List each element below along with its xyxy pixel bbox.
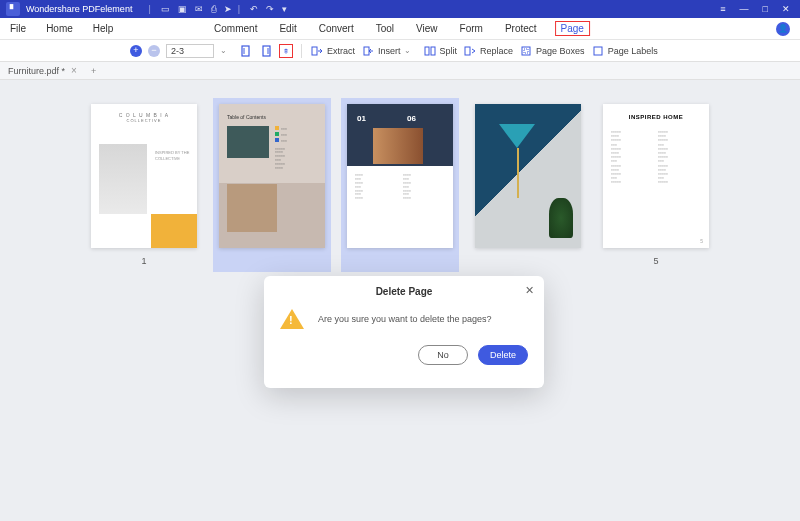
svg-rect-2	[312, 47, 317, 55]
close-button[interactable]: ✕	[782, 4, 790, 14]
svg-rect-7	[522, 47, 530, 55]
tab-label: Furniture.pdf *	[8, 66, 65, 76]
menu-bar: File Home Help Comment Edit Convert Tool…	[0, 18, 800, 40]
quick-access-toolbar: ▭ ▣ ✉ ⎙ ➤	[161, 4, 232, 14]
app-title: Wondershare PDFelement	[26, 4, 132, 14]
split-icon	[423, 44, 437, 58]
redo-icon[interactable]: ↷	[266, 4, 274, 14]
replace-icon	[463, 44, 477, 58]
svg-rect-8	[524, 49, 528, 53]
new-tab-button[interactable]: +	[85, 66, 102, 76]
dialog-title: Delete Page	[280, 286, 528, 297]
separator: |	[238, 4, 240, 14]
menu-file[interactable]: File	[6, 21, 30, 36]
warning-icon	[280, 309, 304, 329]
rotate-left-icon[interactable]	[239, 44, 253, 58]
document-tabs: Furniture.pdf * × +	[0, 62, 800, 80]
menu-view[interactable]: View	[412, 21, 442, 36]
chevron-down-icon[interactable]: ⌄	[404, 46, 411, 55]
page-labels-icon	[591, 44, 605, 58]
replace-label: Replace	[480, 46, 513, 56]
separator	[301, 44, 302, 58]
user-avatar-icon[interactable]: 👤	[776, 22, 790, 36]
dialog-message: Are you sure you want to delete the page…	[318, 314, 492, 324]
no-button[interactable]: No	[418, 345, 468, 365]
insert-button[interactable]: Insert ⌄	[361, 44, 417, 58]
svg-rect-9	[594, 47, 602, 55]
tab-close-icon[interactable]: ×	[71, 65, 77, 76]
open-icon[interactable]: ▭	[161, 4, 170, 14]
svg-rect-3	[364, 47, 369, 55]
menu-expand-icon[interactable]: ≡	[720, 4, 725, 14]
maximize-button[interactable]: □	[763, 4, 768, 14]
split-label: Split	[440, 46, 458, 56]
page-labels-label: Page Labels	[608, 46, 658, 56]
extract-button[interactable]: Extract	[310, 44, 355, 58]
svg-rect-5	[431, 47, 435, 55]
svg-rect-0	[242, 46, 249, 56]
menu-edit[interactable]: Edit	[275, 21, 300, 36]
svg-rect-4	[425, 47, 429, 55]
print-icon[interactable]: ⎙	[211, 4, 216, 14]
insert-label: Insert	[378, 46, 401, 56]
svg-rect-6	[465, 47, 470, 55]
page-range-input[interactable]: 2-3	[166, 44, 214, 58]
page-thumbnail-area: C O L U M B I ACOLLECTIVE INSPIRED BY TH…	[0, 80, 800, 521]
app-logo-icon: ▘	[6, 2, 20, 16]
share-icon[interactable]: ➤	[224, 4, 232, 14]
dialog-close-icon[interactable]: ✕	[525, 284, 534, 297]
zoom-in-icon[interactable]: +	[130, 45, 142, 57]
rotate-right-icon[interactable]	[259, 44, 273, 58]
window-controls: — □ ✕	[740, 4, 790, 14]
menu-tool[interactable]: Tool	[372, 21, 398, 36]
extract-label: Extract	[327, 46, 355, 56]
extract-icon	[310, 44, 324, 58]
svg-rect-1	[263, 46, 270, 56]
menu-protect[interactable]: Protect	[501, 21, 541, 36]
menu-help[interactable]: Help	[89, 21, 118, 36]
separator: |	[148, 4, 150, 14]
menu-form[interactable]: Form	[456, 21, 487, 36]
menu-convert[interactable]: Convert	[315, 21, 358, 36]
image-icon[interactable]: ▣	[178, 4, 187, 14]
zoom-out-icon[interactable]: −	[148, 45, 160, 57]
mail-icon[interactable]: ✉	[195, 4, 203, 14]
menu-home[interactable]: Home	[42, 21, 77, 36]
delete-page-dialog: Delete Page ✕ Are you sure you want to d…	[264, 276, 544, 388]
title-bar: ▘ Wondershare PDFelement | ▭ ▣ ✉ ⎙ ➤ | ↶…	[0, 0, 800, 18]
undo-icon[interactable]: ↶	[250, 4, 258, 14]
page-boxes-label: Page Boxes	[536, 46, 585, 56]
history-toolbar: ↶ ↷ ▾	[250, 4, 287, 14]
dialog-overlay: Delete Page ✕ Are you sure you want to d…	[0, 80, 800, 521]
chevron-down-icon[interactable]: ⌄	[220, 46, 227, 55]
insert-icon	[361, 44, 375, 58]
menu-page[interactable]: Page	[555, 21, 590, 36]
delete-page-icon[interactable]	[279, 44, 293, 58]
page-labels-button[interactable]: Page Labels	[591, 44, 658, 58]
page-toolbar: + − 2-3 ⌄ Extract Insert ⌄ Split Replace…	[0, 40, 800, 62]
menu-comment[interactable]: Comment	[210, 21, 261, 36]
dropdown-icon[interactable]: ▾	[282, 4, 287, 14]
document-tab[interactable]: Furniture.pdf * ×	[0, 62, 85, 79]
minimize-button[interactable]: —	[740, 4, 749, 14]
page-boxes-button[interactable]: Page Boxes	[519, 44, 585, 58]
page-boxes-icon	[519, 44, 533, 58]
split-button[interactable]: Split	[423, 44, 458, 58]
delete-button[interactable]: Delete	[478, 345, 528, 365]
replace-button[interactable]: Replace	[463, 44, 513, 58]
